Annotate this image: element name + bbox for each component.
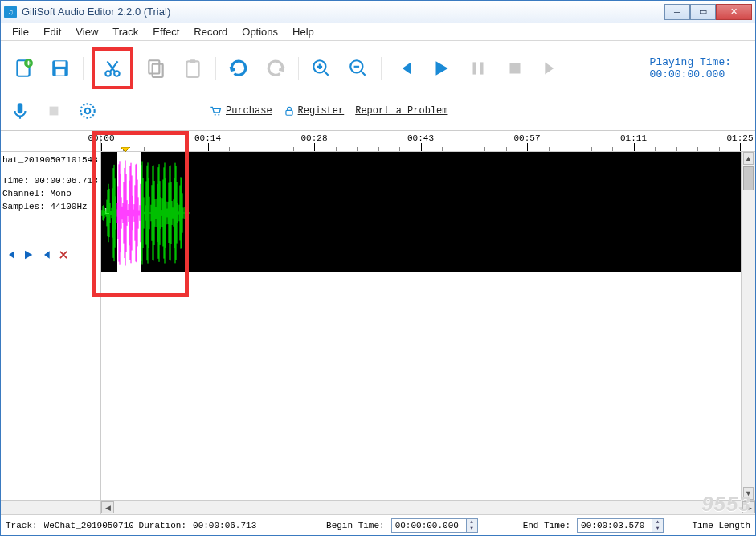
zoom-in-button[interactable] (307, 54, 336, 83)
settings-button[interactable] (76, 100, 99, 122)
watermark: 9553 (701, 492, 751, 517)
status-track-label: Track: (6, 521, 38, 530)
track-play-button[interactable] (20, 247, 36, 263)
status-end-label: End Time: (523, 521, 570, 530)
begin-down[interactable]: ▼ (466, 526, 477, 532)
side-transport (2, 247, 99, 263)
separator (381, 57, 382, 80)
play-button[interactable] (427, 54, 456, 83)
track-close-button[interactable] (55, 247, 72, 263)
minimize-button[interactable]: ─ (664, 4, 690, 20)
menu-options[interactable]: Options (235, 24, 284, 39)
svg-point-21 (218, 114, 219, 116)
skip-end-button[interactable] (537, 54, 566, 83)
status-begin-label: Begin Time: (326, 521, 385, 530)
side-panel: hat_20190507101548 Time: 00:00:06.713 Ch… (1, 152, 101, 500)
svg-rect-7 (149, 60, 159, 73)
svg-rect-14 (480, 62, 483, 74)
end-down[interactable]: ▼ (652, 526, 663, 532)
separator (215, 57, 216, 80)
svg-point-20 (215, 114, 216, 116)
undo-button[interactable] (224, 54, 253, 83)
save-button[interactable] (46, 54, 75, 83)
status-track-value: WeChat_20190507101548 (44, 521, 133, 530)
purchase-label: Purchase (226, 105, 272, 117)
scroll-up-button[interactable]: ▲ (743, 152, 754, 165)
menu-effect[interactable]: Effect (146, 24, 186, 39)
begin-up[interactable]: ▲ (466, 519, 477, 526)
app-icon: ♫ (4, 6, 17, 18)
menu-edit[interactable]: Edit (37, 24, 67, 39)
window-title: GiliSoft Audio Editor 2.2.0 (Trial) (22, 6, 664, 18)
playhead-icon[interactable] (121, 147, 130, 152)
copy-button[interactable] (141, 54, 170, 83)
menu-view[interactable]: View (69, 24, 104, 39)
end-up[interactable]: ▲ (652, 519, 663, 526)
main-area: hat_20190507101548 Time: 00:00:06.713 Ch… (1, 151, 755, 500)
side-samples: Samples: 44100Hz (2, 202, 99, 211)
vscroll-thumb[interactable] (743, 166, 754, 190)
skip-start-button[interactable] (390, 54, 419, 83)
status-duration-label: Duration: (139, 521, 186, 530)
side-filename: hat_20190507101548 (2, 155, 99, 165)
svg-rect-13 (473, 62, 476, 74)
end-time-input[interactable]: ▲▼ (577, 518, 664, 533)
toolbar-main: Playing Time: 00:00:00.000 (1, 41, 755, 96)
menu-track[interactable]: Track (106, 24, 145, 39)
separator (298, 57, 299, 80)
svg-point-18 (80, 104, 94, 117)
playing-time-value: 00:00:00.000 (650, 68, 731, 80)
separator (83, 57, 84, 80)
begin-time-input[interactable]: ▲▼ (391, 518, 478, 533)
svg-point-19 (85, 108, 91, 114)
svg-rect-16 (18, 103, 23, 113)
zoom-out-button[interactable] (344, 54, 373, 83)
register-link[interactable]: Register (284, 105, 345, 117)
close-button[interactable]: ✕ (716, 4, 752, 20)
vertical-scrollbar[interactable]: ▲ ▼ (741, 152, 755, 500)
track-skip-start-button[interactable] (2, 247, 18, 263)
status-bar: Track: WeChat_20190507101548 Duration: 0… (1, 514, 755, 535)
svg-rect-22 (286, 110, 292, 115)
cut-button[interactable] (98, 54, 127, 83)
pause-button[interactable] (464, 54, 492, 83)
svg-rect-8 (153, 64, 163, 77)
end-time-field[interactable] (578, 520, 652, 531)
svg-rect-3 (55, 61, 66, 67)
side-time: Time: 00:00:06.713 (2, 176, 99, 186)
horizontal-scrollbar[interactable]: ◀ ▶ (1, 500, 755, 514)
svg-rect-4 (56, 69, 65, 76)
time-ruler[interactable]: 00:0000:1400:2800:4300:5701:1101:25 (101, 130, 755, 151)
status-duration-value: 00:00:06.713 (193, 521, 265, 530)
track-area: L ▲ ▼ (101, 152, 755, 500)
menubar: File Edit View Track Effect Record Optio… (1, 23, 755, 41)
svg-rect-9 (186, 61, 198, 77)
playing-time-label: Playing Time: (650, 56, 731, 68)
record-stop-button[interactable] (43, 100, 65, 122)
menu-record[interactable]: Record (187, 24, 234, 39)
titlebar: ♫ GiliSoft Audio Editor 2.2.0 (Trial) ─ … (1, 1, 755, 23)
redo-button[interactable] (261, 54, 290, 83)
report-problem-link[interactable]: Report a Problem (355, 105, 447, 117)
playing-time: Playing Time: 00:00:00.000 (650, 56, 731, 80)
report-label: Report a Problem (355, 105, 447, 117)
cut-highlight-box (92, 47, 133, 89)
menu-file[interactable]: File (6, 24, 35, 39)
stop-button[interactable] (501, 54, 529, 83)
side-channel: Channel: Mono (2, 189, 99, 198)
purchase-link[interactable]: Purchase (210, 105, 272, 117)
new-file-button[interactable] (9, 54, 38, 83)
menu-help[interactable]: Help (286, 24, 321, 39)
maximize-button[interactable]: ▭ (690, 4, 716, 20)
status-length-label: Time Length (692, 521, 750, 530)
waveform-track[interactable]: L (101, 152, 755, 272)
svg-rect-17 (50, 107, 59, 116)
scroll-left-button[interactable]: ◀ (101, 501, 114, 513)
svg-rect-15 (510, 63, 521, 74)
record-button[interactable] (9, 100, 31, 122)
ruler: 00:0000:1400:2800:4300:5701:1101:25 (1, 130, 755, 151)
track-rewind-button[interactable] (38, 247, 54, 263)
svg-rect-10 (190, 59, 196, 63)
paste-button[interactable] (178, 54, 207, 83)
begin-time-field[interactable] (392, 520, 466, 531)
